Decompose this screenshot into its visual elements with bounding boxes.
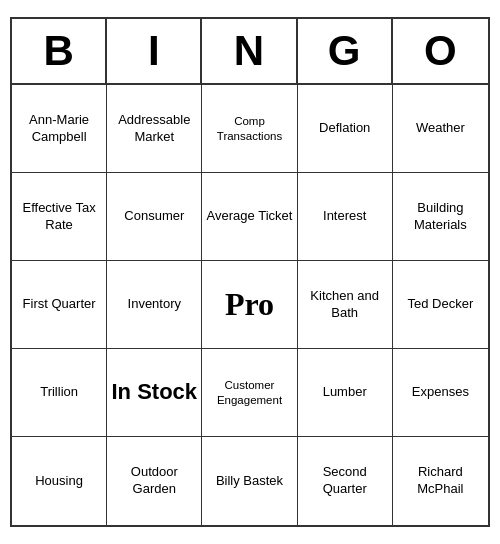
bingo-cell-5: Effective Tax Rate	[12, 173, 107, 261]
bingo-header: BINGO	[12, 19, 488, 85]
bingo-cell-2: Comp Transactions	[202, 85, 297, 173]
bingo-letter-i: I	[107, 19, 202, 83]
bingo-cell-23: Second Quarter	[298, 437, 393, 525]
bingo-cell-13: Kitchen and Bath	[298, 261, 393, 349]
bingo-cell-18: Lumber	[298, 349, 393, 437]
bingo-cell-17: Customer Engagement	[202, 349, 297, 437]
bingo-cell-11: Inventory	[107, 261, 202, 349]
bingo-cell-1: Addressable Market	[107, 85, 202, 173]
bingo-cell-24: Richard McPhail	[393, 437, 488, 525]
bingo-cell-6: Consumer	[107, 173, 202, 261]
bingo-cell-20: Housing	[12, 437, 107, 525]
bingo-cell-10: First Quarter	[12, 261, 107, 349]
bingo-letter-n: N	[202, 19, 297, 83]
bingo-cell-16: In Stock	[107, 349, 202, 437]
bingo-cell-9: Building Materials	[393, 173, 488, 261]
bingo-letter-b: B	[12, 19, 107, 83]
bingo-cell-12: Pro	[202, 261, 297, 349]
bingo-cell-21: Outdoor Garden	[107, 437, 202, 525]
bingo-cell-0: Ann-Marie Campbell	[12, 85, 107, 173]
bingo-cell-19: Expenses	[393, 349, 488, 437]
bingo-letter-o: O	[393, 19, 488, 83]
bingo-card: BINGO Ann-Marie CampbellAddressable Mark…	[10, 17, 490, 527]
bingo-cell-3: Deflation	[298, 85, 393, 173]
bingo-cell-8: Interest	[298, 173, 393, 261]
bingo-cell-4: Weather	[393, 85, 488, 173]
bingo-cell-14: Ted Decker	[393, 261, 488, 349]
bingo-grid: Ann-Marie CampbellAddressable MarketComp…	[12, 85, 488, 525]
bingo-cell-15: Trillion	[12, 349, 107, 437]
bingo-cell-7: Average Ticket	[202, 173, 297, 261]
bingo-letter-g: G	[298, 19, 393, 83]
bingo-cell-22: Billy Bastek	[202, 437, 297, 525]
